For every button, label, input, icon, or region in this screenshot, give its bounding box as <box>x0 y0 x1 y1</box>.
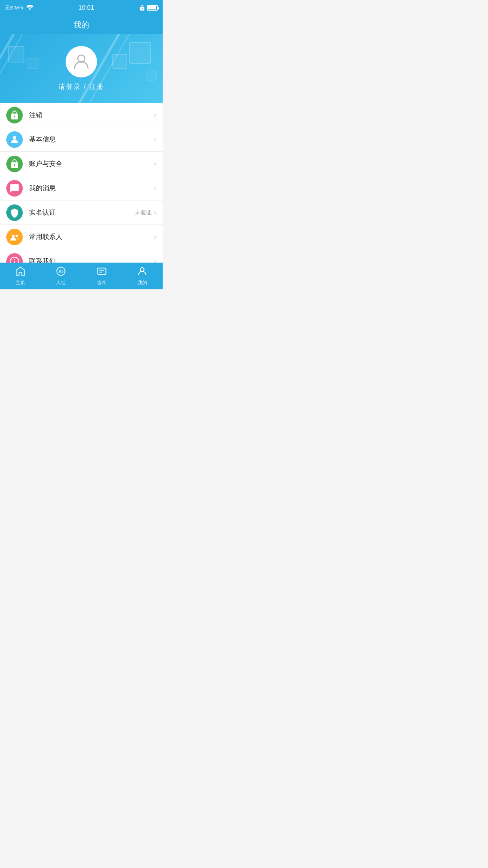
tab-label-home: 主页 <box>16 280 25 286</box>
tab-label-consult: 咨询 <box>97 280 106 286</box>
tab-label-mine: 我的 <box>138 280 147 286</box>
status-bar: 无SIM卡 10:01 <box>0 0 163 16</box>
chevron-icon-real-name: › <box>154 208 156 217</box>
menu-icon-contacts <box>6 229 23 245</box>
menu-item-contacts[interactable]: 常用联系人› <box>0 225 163 249</box>
carrier-label: 无SIM卡 <box>5 4 24 11</box>
lock-orientation-icon <box>139 5 145 11</box>
menu-list: 注销›基本信息›账户与安全›我的消息›证实名认证未验证›常用联系人›联系我们›关… <box>0 103 163 289</box>
header: 我的 <box>0 16 163 34</box>
menu-icon-basic-info <box>6 131 23 148</box>
chevron-icon-account-security: › <box>154 160 156 168</box>
svg-point-0 <box>78 55 85 62</box>
tab-item-home[interactable]: 主页 <box>0 263 41 289</box>
menu-label-basic-info: 基本信息 <box>29 135 154 144</box>
tab-icon-home <box>15 266 26 278</box>
chevron-icon-basic-info: › <box>154 135 156 143</box>
menu-label-my-messages: 我的消息 <box>29 184 154 193</box>
chevron-icon-logout: › <box>154 111 156 119</box>
tab-icon-consult <box>96 266 107 278</box>
menu-icon-my-messages <box>6 180 23 197</box>
menu-icon-logout <box>6 107 23 123</box>
svg-point-3 <box>12 235 15 238</box>
status-time: 10:01 <box>79 4 94 11</box>
tab-icon-social: SI <box>55 266 66 278</box>
menu-label-contacts: 常用联系人 <box>29 232 154 241</box>
menu-label-account-security: 账户与安全 <box>29 159 154 168</box>
svg-text:SI: SI <box>59 269 63 274</box>
menu-item-logout[interactable]: 注销› <box>0 103 163 127</box>
menu-icon-account-security <box>6 156 23 172</box>
menu-item-real-name[interactable]: 证实名认证未验证› <box>0 200 163 225</box>
status-right <box>139 5 158 11</box>
chevron-icon-contacts: › <box>154 233 156 241</box>
menu-icon-real-name: 证 <box>6 204 23 221</box>
battery-icon <box>147 5 158 11</box>
menu-label-real-name: 实名认证 <box>29 208 135 217</box>
tab-label-social: 人社 <box>56 280 66 286</box>
menu-label-logout: 注销 <box>29 110 154 120</box>
tab-bar: 主页SI人社咨询我的 <box>0 263 163 289</box>
tab-icon-mine <box>137 266 148 278</box>
tab-item-consult[interactable]: 咨询 <box>81 263 122 289</box>
avatar-placeholder-icon <box>72 51 91 72</box>
chevron-icon-my-messages: › <box>154 184 156 192</box>
svg-point-16 <box>141 268 144 271</box>
page-title: 我的 <box>0 20 163 34</box>
tab-item-social[interactable]: SI人社 <box>41 263 82 289</box>
tab-item-mine[interactable]: 我的 <box>122 263 163 289</box>
menu-item-account-security[interactable]: 账户与安全› <box>0 152 163 176</box>
svg-text:证: 证 <box>13 211 17 215</box>
svg-rect-13 <box>97 268 106 274</box>
profile-banner[interactable]: 请登录 / 注册 <box>0 34 163 103</box>
menu-item-basic-info[interactable]: 基本信息› <box>0 127 163 152</box>
avatar[interactable] <box>66 46 97 77</box>
svg-point-1 <box>13 136 17 140</box>
status-left: 无SIM卡 <box>5 4 33 11</box>
menu-badge-real-name: 未验证 <box>135 209 152 216</box>
login-register-text[interactable]: 请登录 / 注册 <box>59 82 104 91</box>
wifi-icon <box>26 5 33 11</box>
menu-item-my-messages[interactable]: 我的消息› <box>0 176 163 200</box>
svg-point-4 <box>16 235 18 237</box>
